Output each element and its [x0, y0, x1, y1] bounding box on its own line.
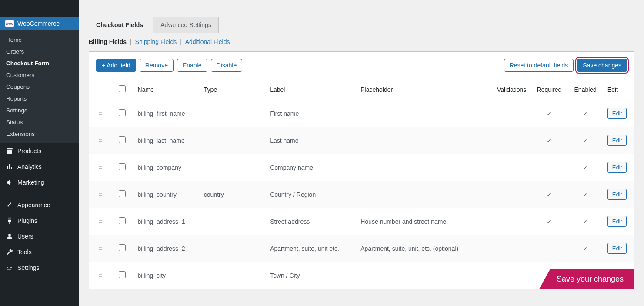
th-edit: Edit: [603, 79, 634, 100]
sidebar-item-plugins[interactable]: Plugins: [0, 213, 79, 229]
cell-type: [200, 100, 266, 127]
sidebar-item-analytics[interactable]: Analytics: [0, 159, 79, 175]
cell-name: billing_city: [133, 262, 200, 289]
row-checkbox[interactable]: [119, 271, 126, 278]
th-validations: Validations: [478, 79, 531, 100]
enable-button[interactable]: Enable: [177, 59, 207, 72]
sidebar-subitem[interactable]: Checkout Form: [0, 57, 79, 69]
disable-button[interactable]: Disable: [211, 59, 243, 72]
cell-enabled: ✓: [568, 208, 603, 235]
save-changes-banner: Save your changes: [539, 269, 634, 289]
reset-defaults-button[interactable]: Reset to default fields: [504, 59, 574, 72]
drag-handle-icon[interactable]: ≡: [98, 272, 102, 279]
woo-icon: woo: [5, 20, 14, 27]
th-enabled: Enabled: [568, 79, 603, 100]
cell-required: ✓: [531, 100, 567, 127]
sidebar-item-users[interactable]: Users: [0, 229, 79, 244]
table-row: ≡billing_address_1Street addressHouse nu…: [89, 208, 634, 235]
sliders-icon: [5, 263, 14, 272]
sidebar-subitem[interactable]: Reports: [0, 93, 79, 104]
sidebar-item-marketing[interactable]: Marketing: [0, 175, 79, 190]
row-checkbox[interactable]: [119, 136, 126, 143]
table-row: ≡billing_companyCompany name-✓Edit: [89, 154, 634, 181]
edit-button[interactable]: Edit: [607, 162, 627, 173]
cell-type: country: [200, 181, 266, 208]
sidebar-item-woocommerce[interactable]: woo WooCommerce: [0, 17, 79, 30]
sidebar-subitem[interactable]: Home: [0, 34, 79, 46]
sidebar-item-appearance[interactable]: Appearance: [0, 197, 79, 213]
sidebar-subitem[interactable]: Orders: [0, 46, 79, 57]
archive-icon: [5, 147, 14, 155]
save-changes-button[interactable]: Save changes: [577, 59, 627, 72]
cell-enabled: ✓: [568, 181, 603, 208]
sidebar-item-settings[interactable]: Settings: [0, 260, 79, 276]
drag-handle-icon[interactable]: ≡: [98, 164, 102, 171]
cell-validations: [478, 127, 531, 154]
table-body: ≡billing_first_nameFirst name✓✓Edit≡bill…: [89, 100, 634, 289]
cell-name: billing_first_name: [133, 100, 200, 127]
drag-handle-icon[interactable]: ≡: [98, 245, 102, 252]
add-field-button[interactable]: + Add field: [96, 59, 136, 72]
cell-name: billing_last_name: [133, 127, 200, 154]
drag-handle-icon[interactable]: ≡: [98, 218, 102, 225]
cell-required: ✓: [531, 181, 567, 208]
cell-label: Last name: [266, 127, 356, 154]
sidebar-item-label: Marketing: [17, 179, 44, 186]
tab-checkout-fields[interactable]: Checkout Fields: [89, 17, 150, 33]
sidebar-subitem[interactable]: Customers: [0, 69, 79, 81]
sliders-icon: [6, 264, 13, 272]
cell-label: Town / City: [266, 262, 356, 289]
cell-type: [200, 154, 266, 181]
sidebar-item-label: Settings: [17, 264, 40, 271]
edit-button[interactable]: Edit: [607, 135, 627, 146]
row-checkbox[interactable]: [119, 109, 126, 116]
row-checkbox[interactable]: [119, 217, 126, 224]
subtab-billing-fields[interactable]: Billing Fields: [89, 38, 127, 45]
main-content: Checkout FieldsAdvanced Settings Billing…: [79, 17, 644, 306]
edit-button[interactable]: Edit: [607, 216, 627, 227]
subtab-shipping-fields[interactable]: Shipping Fields: [135, 38, 177, 45]
row-checkbox[interactable]: [119, 190, 126, 197]
toolbar: + Add field Remove Enable Disable Reset …: [89, 52, 634, 79]
sidebar-subitem[interactable]: Coupons: [0, 81, 79, 93]
table-row: ≡billing_countrycountryCountry / Region✓…: [89, 181, 634, 208]
sidebar-subitem[interactable]: Extensions: [0, 128, 79, 140]
subtab-additional-fields[interactable]: Additional Fields: [185, 38, 230, 45]
cell-name: billing_company: [133, 154, 200, 181]
edit-button[interactable]: Edit: [607, 108, 627, 119]
cell-name: billing_address_2: [133, 235, 200, 262]
cell-type: [200, 235, 266, 262]
sidebar-item-products[interactable]: Products: [0, 143, 79, 159]
sidebar-item-tools[interactable]: Tools: [0, 244, 79, 260]
cell-name: billing_address_1: [133, 208, 200, 235]
cell-label: Country / Region: [266, 181, 356, 208]
select-all-checkbox[interactable]: [119, 85, 126, 92]
drag-handle-icon[interactable]: ≡: [98, 137, 102, 144]
tab-advanced-settings[interactable]: Advanced Settings: [153, 17, 219, 33]
megaphone-icon: [5, 178, 14, 187]
sidebar-subitem[interactable]: Status: [0, 116, 79, 128]
panel: + Add field Remove Enable Disable Reset …: [89, 51, 634, 289]
sidebar-item-label: Analytics: [17, 163, 42, 170]
row-checkbox[interactable]: [119, 163, 126, 170]
table-row: ≡billing_first_nameFirst name✓✓Edit: [89, 100, 634, 127]
sidebar-submenu: HomeOrdersCheckout FormCustomersCouponsR…: [0, 30, 79, 143]
cell-placeholder: [356, 100, 477, 127]
th-label: Label: [266, 79, 356, 100]
cell-placeholder: Apartment, suite, unit, etc. (optional): [356, 235, 477, 262]
cell-required: ✓: [531, 208, 567, 235]
remove-button[interactable]: Remove: [140, 59, 174, 72]
table-row: ≡billing_address_2Apartment, suite, unit…: [89, 235, 634, 262]
sidebar-item-label: Products: [17, 148, 41, 155]
cell-validations: [478, 181, 531, 208]
sidebar-subitem[interactable]: Settings: [0, 104, 79, 116]
row-checkbox[interactable]: [119, 244, 126, 251]
edit-button[interactable]: Edit: [607, 189, 627, 200]
th-placeholder: Placeholder: [356, 79, 477, 100]
cell-label: Street address: [266, 208, 356, 235]
brush-icon: [6, 201, 13, 209]
drag-handle-icon[interactable]: ≡: [98, 191, 102, 198]
edit-button[interactable]: Edit: [607, 243, 627, 254]
drag-handle-icon[interactable]: ≡: [98, 110, 102, 117]
sidebar-item-label: Tools: [17, 249, 32, 256]
